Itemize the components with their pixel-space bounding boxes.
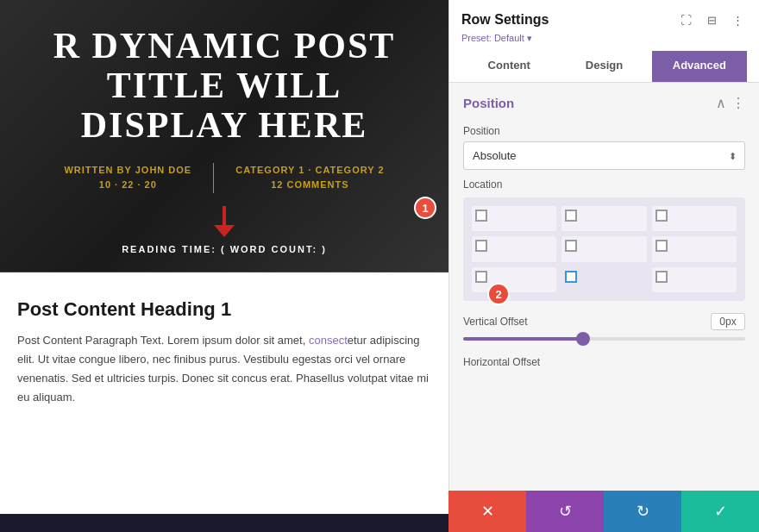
position-label: Position xyxy=(463,125,745,137)
meta-right: CATEGORY 1 · CATEGORY 2 12 COMMENTS xyxy=(235,163,384,193)
post-paragraph: Post Content Paragraph Text. Lorem ipsum… xyxy=(17,331,431,407)
grid-cell-mid-right[interactable] xyxy=(652,236,737,261)
tab-advanced[interactable]: Advanced xyxy=(652,51,747,82)
columns-icon[interactable]: ⊟ xyxy=(702,10,721,29)
panel-icons: ⛶ ⊟ ⋮ xyxy=(676,10,747,29)
panel-body: Position ∧ ⋮ Position Absolute Default F… xyxy=(449,83,759,532)
position-select[interactable]: Absolute Default Fixed Relative Static xyxy=(463,141,745,170)
vertical-offset-track xyxy=(463,337,745,341)
meta-left: WRITTEN BY JOHN DOE 10 · 22 · 20 xyxy=(64,163,191,193)
panel-header: Row Settings ⛶ ⊟ ⋮ Preset: Default Conte… xyxy=(449,0,759,83)
page-content: R DYNAMIC POST TITLE WILL DISPLAY HERE W… xyxy=(0,0,448,532)
position-select-wrapper: Absolute Default Fixed Relative Static ⬍ xyxy=(463,141,745,170)
hero-title: R DYNAMIC POST TITLE WILL DISPLAY HERE xyxy=(17,26,431,146)
hero-meta: WRITTEN BY JOHN DOE 10 · 22 · 20 CATEGOR… xyxy=(17,163,431,193)
panel-title: Row Settings xyxy=(461,12,549,28)
hero-section: R DYNAMIC POST TITLE WILL DISPLAY HERE W… xyxy=(0,0,448,272)
cancel-icon: ✕ xyxy=(481,502,494,521)
meta-divider xyxy=(213,163,214,193)
vertical-offset-section: Vertical Offset 0px xyxy=(449,301,759,351)
post-content-area: Post Content Heading 1 Post Content Para… xyxy=(0,272,448,514)
horizontal-offset-field: Horizontal Offset xyxy=(449,351,759,381)
vertical-offset-value: 0px xyxy=(711,313,745,330)
redo-button[interactable]: ↻ xyxy=(604,491,681,532)
undo-icon: ↺ xyxy=(559,502,572,521)
tab-design[interactable]: Design xyxy=(556,51,651,82)
panel-title-row: Row Settings ⛶ ⊟ ⋮ xyxy=(461,10,747,29)
grid-cell-bot-left[interactable] xyxy=(472,267,556,292)
tab-content[interactable]: Content xyxy=(461,51,556,82)
grid-cell-mid-center[interactable] xyxy=(561,236,646,261)
undo-button[interactable]: ↺ xyxy=(526,491,604,532)
section-controls: ∧ ⋮ xyxy=(716,95,745,111)
arrow-container xyxy=(17,206,431,237)
grid-cell-bot-right[interactable] xyxy=(652,267,737,292)
position-section-title: Position xyxy=(463,96,514,110)
more-icon[interactable]: ⋮ xyxy=(728,10,747,29)
save-button[interactable]: ✓ xyxy=(681,491,759,532)
location-grid xyxy=(472,206,737,292)
grid-cell-top-right[interactable] xyxy=(652,206,737,231)
post-heading: Post Content Heading 1 xyxy=(17,298,431,321)
redo-icon: ↻ xyxy=(637,502,649,521)
location-label: Location xyxy=(449,178,759,191)
cancel-button[interactable]: ✕ xyxy=(448,491,526,532)
badge-1: 1 xyxy=(414,197,436,219)
position-section-header: Position ∧ ⋮ xyxy=(449,83,759,120)
section-dots-icon[interactable]: ⋮ xyxy=(731,95,745,111)
location-grid-wrapper: 2 xyxy=(463,197,745,301)
chevron-up-icon[interactable]: ∧ xyxy=(716,95,726,111)
horizontal-offset-label: Horizontal Offset xyxy=(463,356,745,368)
vertical-offset-label-row: Vertical Offset 0px xyxy=(463,313,745,330)
vertical-offset-label: Vertical Offset xyxy=(463,316,527,328)
slider-fill xyxy=(463,337,581,341)
grid-cell-mid-left[interactable] xyxy=(472,236,556,261)
tabs-row: Content Design Advanced xyxy=(461,51,747,82)
badge-2: 2 xyxy=(487,283,510,305)
post-link[interactable]: consect xyxy=(309,334,348,347)
expand-icon[interactable]: ⛶ xyxy=(676,10,695,29)
position-field: Position Absolute Default Fixed Relative… xyxy=(449,120,759,178)
grid-cell-bot-center[interactable] xyxy=(561,267,646,292)
save-icon: ✓ xyxy=(714,502,727,521)
reading-time: READING TIME: ( WORD COUNT: ) xyxy=(17,244,431,254)
svg-rect-0 xyxy=(223,206,226,225)
grid-cell-top-center[interactable] xyxy=(561,206,646,231)
svg-marker-1 xyxy=(214,225,235,237)
slider-thumb[interactable] xyxy=(576,332,590,346)
grid-cell-top-left[interactable] xyxy=(472,206,556,231)
bottom-toolbar: ✕ ↺ ↻ ✓ xyxy=(448,491,759,532)
down-arrow-icon xyxy=(214,206,235,237)
settings-panel: Row Settings ⛶ ⊟ ⋮ Preset: Default Conte… xyxy=(448,0,759,532)
preset-selector[interactable]: Preset: Default xyxy=(461,33,747,44)
